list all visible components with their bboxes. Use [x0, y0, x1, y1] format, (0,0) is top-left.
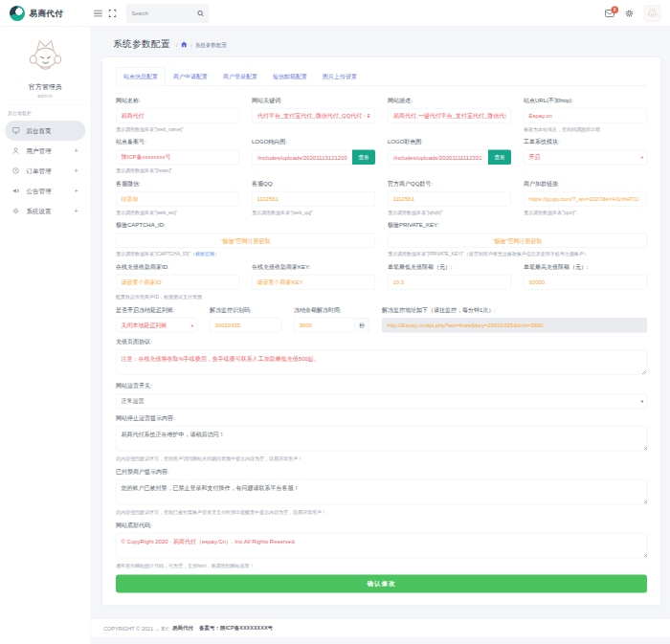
clock-icon: [12, 167, 22, 174]
messages-button[interactable]: 0: [605, 10, 614, 17]
select-value: 开启: [529, 153, 541, 162]
site-switch-select[interactable]: 正常运营: [116, 394, 647, 410]
field-help: 显示调用数据库表"[CAPTCHA_ID]"（极验官网）: [116, 251, 375, 257]
gear-icon: [12, 208, 22, 214]
navbar-search: [126, 4, 209, 22]
tab-sms-email[interactable]: 短信邮箱配置: [265, 67, 315, 86]
delay-switch-select[interactable]: 关闭本地延迟到账: [116, 318, 197, 333]
charge-agreement-textarea[interactable]: 注意：在线充值将收取%手续费用，免手续费可联系人工加款最低充值500起。: [116, 350, 647, 375]
thaw-code-input[interactable]: [210, 318, 281, 333]
tab-merchant-login[interactable]: 商户登录配置: [215, 67, 265, 86]
footer-beian: 备案号：陕ICP备XXXXXXXX号: [199, 625, 273, 633]
min-charge-input[interactable]: [388, 275, 511, 290]
fullscreen-icon[interactable]: [105, 6, 120, 20]
user-name: 官方管理员: [0, 82, 91, 91]
tab-bar: 站点信息配置 商户申请配置 商户登录配置 短信邮箱配置 图片上传设置: [116, 67, 647, 86]
user-role: admin: [0, 93, 91, 99]
site-name-input[interactable]: [116, 108, 239, 123]
field-label: 网站底部代码:: [116, 522, 647, 530]
user-avatar[interactable]: [25, 36, 66, 78]
field-label: 极验CAPTCHA_ID:: [116, 221, 375, 230]
cat-avatar-icon: [646, 7, 659, 19]
breadcrumb-separator: /: [190, 42, 192, 48]
navbar-avatar[interactable]: [644, 5, 660, 21]
captcha-id-input[interactable]: [116, 233, 375, 249]
field-label: 网站描述:: [388, 97, 511, 105]
max-charge-input[interactable]: [524, 275, 647, 290]
sidebar-toggle-icon[interactable]: [91, 6, 105, 20]
tab-image-upload[interactable]: 图片上传设置: [315, 67, 365, 86]
kf-wx-input[interactable]: [116, 191, 239, 207]
search-icon[interactable]: [193, 10, 209, 16]
sidebar-item-users[interactable]: 用户管理: [5, 141, 86, 161]
logo-white-input[interactable]: [252, 150, 352, 166]
field-help: 显示调用数据库表"[beian]": [116, 167, 239, 174]
settings-card: 站点信息配置 商户申请配置 商户登录配置 短信邮箱配置 图片上传设置 网站名称:…: [102, 57, 660, 606]
desktop-icon: [12, 127, 22, 134]
sidebar-item-dashboard[interactable]: 后台首页: [5, 121, 86, 141]
home-icon[interactable]: [181, 42, 188, 48]
thaw-url-input[interactable]: [382, 318, 647, 333]
beian-input[interactable]: [116, 150, 239, 166]
ticket-module-select[interactable]: 开启: [524, 150, 647, 166]
sidebar-section-label: 后台导航栏: [0, 110, 91, 117]
field-label: 冻结余额解冻时间:: [294, 306, 369, 315]
breadcrumb: 系统参数配置 / / 系统参数配置: [91, 27, 670, 57]
user-icon: [12, 147, 22, 154]
site-url-input[interactable]: [524, 108, 647, 123]
field-label: 网站关键词:: [252, 97, 375, 105]
footer-code-textarea[interactable]: © CopyRight 2020 · 易商代付（espay.Cn）. Inc.A…: [116, 533, 647, 558]
sidebar-item-orders[interactable]: 订单管理: [5, 161, 86, 181]
logo-color-input[interactable]: [388, 150, 488, 166]
page-footer: COPYRIGHT © 2021 → BY: 易商代付 备案号：陕ICP备XXX…: [91, 618, 670, 637]
top-navbar: 易商代付 0: [0, 0, 670, 27]
pay-key-input[interactable]: [252, 275, 375, 290]
search-input[interactable]: [127, 11, 193, 16]
field-help: 修改为本站域名，否则回调跳转出错: [524, 126, 647, 133]
field-label: 站点URL(不加http):: [524, 97, 647, 105]
select-value: 关闭本地延迟到账: [122, 322, 168, 330]
app-logo-icon: [10, 6, 25, 21]
sidebar-item-label: 系统设置: [27, 207, 52, 215]
logo-color-view-button[interactable]: 查看: [488, 150, 511, 166]
brand[interactable]: 易商代付: [10, 6, 91, 21]
site-keywords-input[interactable]: [252, 108, 375, 123]
logo-white-view-button[interactable]: 查看: [352, 150, 375, 166]
field-label: 充值页面协议:: [116, 338, 647, 346]
field-help: 此内容强烈建议填写，否则已被封禁账户登录及支付时弹出提醒页中提示内容为空，容易误…: [116, 509, 647, 516]
field-label: 是否开启冻结延迟到账:: [116, 306, 197, 315]
sidebar-item-announcements[interactable]: 公告管理: [5, 181, 86, 201]
sidebar-item-settings[interactable]: 系统设置: [5, 201, 86, 221]
navbar-right: 0: [605, 5, 660, 21]
field-help: 此内容强烈建议填写，否则用户访问网站关闭期间页面中提示内容为空，容易误导用户！: [116, 455, 647, 462]
field-label: 单笔最低充值限额（元）:: [388, 263, 511, 272]
field-help: 显示调用数据库表"[web_wx]": [116, 210, 239, 216]
sidebar-nav: 后台首页 用户管理 订单管理 公告管理: [0, 121, 91, 221]
site-desc-input[interactable]: [388, 108, 511, 123]
sidebar-item-label: 公告管理: [27, 187, 52, 195]
footer-brand: 易商代付: [172, 625, 193, 633]
field-help: 显示调用数据库表"[web_name]": [116, 126, 239, 133]
field-label: 解冻监控识别码:: [210, 306, 281, 315]
field-help: 通常用作网站统计代码，可为空，支持html，将调用到网站底页！: [116, 563, 647, 569]
settings-gear-icon[interactable]: [622, 6, 636, 20]
tab-merchant-apply[interactable]: 商户申请配置: [166, 67, 215, 86]
submit-button[interactable]: 确认修改: [116, 575, 647, 593]
tab-site-info[interactable]: 站点信息配置: [116, 67, 166, 86]
field-label: 网站运营开关:: [116, 382, 647, 390]
pay-id-input[interactable]: [116, 275, 239, 290]
megaphone-icon: [12, 188, 22, 194]
charge-row-help: 配置收款所用商户ID，检测测试支付页面: [116, 294, 647, 300]
field-label: 站点备案号:: [116, 138, 239, 146]
ban-notice-textarea[interactable]: 您的账户已被封禁，已禁止登录和支付操作，有问题请联系平台客服！: [116, 479, 647, 504]
stop-notice-textarea[interactable]: 易商代付系统正在维护中，请稍后访问！: [116, 426, 647, 451]
group-link-input[interactable]: [524, 191, 647, 207]
unit-addon: 秒: [355, 318, 370, 333]
breadcrumb-separator: /: [176, 42, 178, 48]
thaw-time-input[interactable]: [294, 318, 355, 333]
site-settings-form: 网站名称: 显示调用数据库表"[web_name]" 网站关键词: 网站描述: …: [116, 97, 647, 593]
geetest-link[interactable]: 极验官网: [195, 252, 214, 257]
private-key-input[interactable]: [388, 233, 647, 249]
kf-qq-input[interactable]: [252, 191, 375, 207]
qq-group-input[interactable]: [388, 191, 511, 207]
